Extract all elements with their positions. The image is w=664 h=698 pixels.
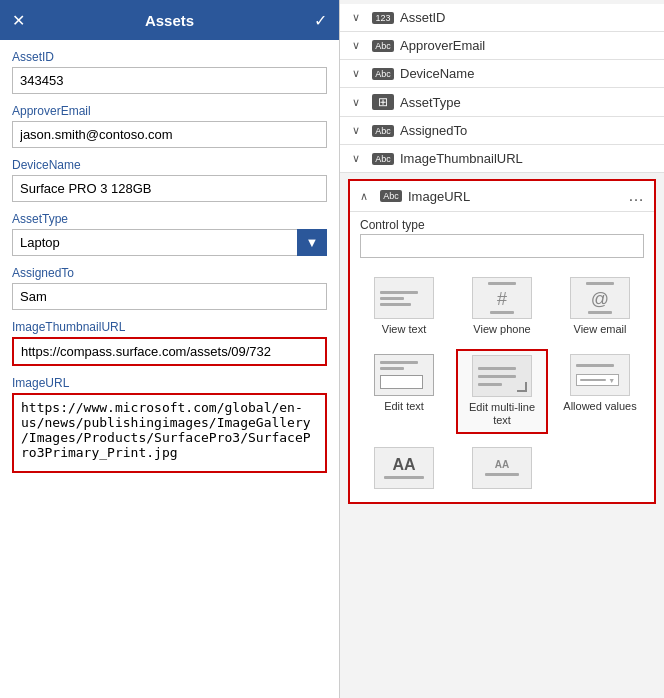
control-grid-row2: Edit text Edit multi-line text ▼ bbox=[350, 349, 654, 441]
input-approveremail[interactable] bbox=[12, 121, 327, 148]
av-arrow-icon: ▼ bbox=[608, 377, 615, 384]
thumb-text-size-small: AA bbox=[472, 447, 532, 489]
control-type-input[interactable] bbox=[360, 234, 644, 258]
textarea-imageurl[interactable]: https://www.microsoft.com/global/en-us/n… bbox=[12, 393, 327, 473]
select-wrapper-assettype: Laptop Desktop Mobile ▼ bbox=[12, 229, 327, 256]
ml-line-1 bbox=[478, 367, 516, 370]
icon-imagethumbnailurl: Abc bbox=[372, 153, 394, 165]
chevron-assettype: ∨ bbox=[352, 96, 366, 109]
av-line-1 bbox=[576, 364, 614, 367]
right-panel: ∨ 123 AssetID ∨ Abc ApproverEmail ∨ Abc … bbox=[340, 0, 664, 698]
control-thumb-view-text bbox=[374, 277, 434, 319]
control-edit-multiline[interactable]: Edit multi-line text bbox=[456, 349, 548, 433]
control-text-size-large[interactable]: AA bbox=[358, 442, 450, 494]
icon-assignedto: Abc bbox=[372, 125, 394, 137]
form-title: Assets bbox=[145, 12, 194, 29]
field-devicename: DeviceName bbox=[12, 158, 327, 202]
rp-item-imagethumbnailurl[interactable]: ∨ Abc ImageThumbnailURL bbox=[340, 145, 664, 173]
thumb-edit-line-1 bbox=[380, 361, 418, 364]
select-assettype[interactable]: Laptop Desktop Mobile bbox=[12, 229, 327, 256]
control-thumb-view-email: @ bbox=[570, 277, 630, 319]
thumb-text-size-large: AA bbox=[374, 447, 434, 489]
control-label-multiline: Edit multi-line text bbox=[462, 401, 542, 427]
input-assetid[interactable] bbox=[12, 67, 327, 94]
icon-assettype: ⊞ bbox=[372, 94, 394, 110]
label-imageurl: ImageURL bbox=[12, 376, 327, 390]
input-assignedto[interactable] bbox=[12, 283, 327, 310]
aa-large-line bbox=[384, 476, 425, 479]
field-approveremail: ApproverEmail bbox=[12, 104, 327, 148]
ml-line-2 bbox=[478, 375, 516, 378]
rp-item-assignedto[interactable]: ∨ Abc AssignedTo bbox=[340, 117, 664, 145]
thumb-line-3 bbox=[380, 303, 411, 306]
chevron-imagethumbnailurl: ∨ bbox=[352, 152, 366, 165]
thumb-line-1 bbox=[380, 291, 418, 294]
hash-icon: # bbox=[497, 290, 507, 308]
rp-item-assetid[interactable]: ∨ 123 AssetID bbox=[340, 4, 664, 32]
control-thumb-view-phone: # bbox=[472, 277, 532, 319]
thumb-line-email-2 bbox=[588, 311, 612, 314]
control-allowed-values[interactable]: ▼ Allowed values bbox=[554, 349, 646, 433]
thumb-line-2 bbox=[380, 297, 404, 300]
aa-large-icon: AA bbox=[392, 457, 415, 473]
label-imagethumbnailurl: ImageThumbnailURL bbox=[12, 320, 327, 334]
control-view-email[interactable]: @ View email bbox=[554, 272, 646, 341]
name-assignedto: AssignedTo bbox=[400, 123, 467, 138]
name-approveremail: ApproverEmail bbox=[400, 38, 485, 53]
control-view-text[interactable]: View text bbox=[358, 272, 450, 341]
field-imagethumbnailurl: ImageThumbnailURL bbox=[12, 320, 327, 366]
control-label-view-email: View email bbox=[574, 323, 627, 336]
icon-imageurl-expanded: Abc bbox=[380, 190, 402, 202]
rp-item-approveremail[interactable]: ∨ Abc ApproverEmail bbox=[340, 32, 664, 60]
icon-devicename: Abc bbox=[372, 68, 394, 80]
thumb-line-phone-2 bbox=[490, 311, 514, 314]
ml-line-3 bbox=[478, 383, 502, 386]
label-devicename: DeviceName bbox=[12, 158, 327, 172]
chevron-imageurl-expanded: ∧ bbox=[360, 190, 374, 203]
close-icon[interactable]: ✕ bbox=[12, 11, 25, 30]
label-assettype: AssetType bbox=[12, 212, 327, 226]
expanded-imageurl: ∧ Abc ImageURL … Control type View text bbox=[348, 179, 656, 504]
thumb-edit-box bbox=[380, 375, 423, 389]
chevron-approveremail: ∨ bbox=[352, 39, 366, 52]
check-icon[interactable]: ✓ bbox=[314, 11, 327, 30]
control-label-view-phone: View phone bbox=[473, 323, 530, 336]
control-grid-row1: View text # View phone @ View email bbox=[350, 266, 654, 349]
control-bottom-grid: AA AA bbox=[350, 442, 654, 502]
av-select-bar: ▼ bbox=[576, 374, 619, 386]
input-devicename[interactable] bbox=[12, 175, 327, 202]
thumb-line-email-1 bbox=[586, 282, 615, 285]
control-label-edit-text: Edit text bbox=[384, 400, 424, 413]
form-header: ✕ Assets ✓ bbox=[0, 0, 339, 40]
label-approveremail: ApproverEmail bbox=[12, 104, 327, 118]
at-icon: @ bbox=[591, 290, 609, 308]
thumb-line-phone-1 bbox=[488, 282, 517, 285]
chevron-assignedto: ∨ bbox=[352, 124, 366, 137]
control-label-allowed: Allowed values bbox=[563, 400, 636, 413]
form-body: AssetID ApproverEmail DeviceName AssetTy… bbox=[0, 40, 339, 698]
rp-item-assettype[interactable]: ∨ ⊞ AssetType bbox=[340, 88, 664, 117]
input-imagethumbnailurl[interactable] bbox=[12, 337, 327, 366]
left-panel: ✕ Assets ✓ AssetID ApproverEmail DeviceN… bbox=[0, 0, 340, 698]
icon-assetid: 123 bbox=[372, 12, 394, 24]
rp-item-devicename[interactable]: ∨ Abc DeviceName bbox=[340, 60, 664, 88]
label-assetid: AssetID bbox=[12, 50, 327, 64]
more-options-icon[interactable]: … bbox=[628, 187, 644, 205]
control-view-phone[interactable]: # View phone bbox=[456, 272, 548, 341]
control-text-size-small[interactable]: AA bbox=[456, 442, 548, 494]
field-imageurl: ImageURL https://www.microsoft.com/globa… bbox=[12, 376, 327, 476]
icon-approveremail: Abc bbox=[372, 40, 394, 52]
thumb-edit-line-2 bbox=[380, 367, 404, 370]
name-assetid: AssetID bbox=[400, 10, 446, 25]
expanded-header: ∧ Abc ImageURL … bbox=[350, 181, 654, 212]
control-thumb-edit-text bbox=[374, 354, 434, 396]
control-thumb-allowed: ▼ bbox=[570, 354, 630, 396]
av-micro-line bbox=[580, 379, 606, 381]
name-devicename: DeviceName bbox=[400, 66, 474, 81]
field-assettype: AssetType Laptop Desktop Mobile ▼ bbox=[12, 212, 327, 256]
label-assignedto: AssignedTo bbox=[12, 266, 327, 280]
control-type-label: Control type bbox=[350, 212, 654, 234]
chevron-assetid: ∨ bbox=[352, 11, 366, 24]
control-edit-text[interactable]: Edit text bbox=[358, 349, 450, 433]
field-assetid: AssetID bbox=[12, 50, 327, 94]
